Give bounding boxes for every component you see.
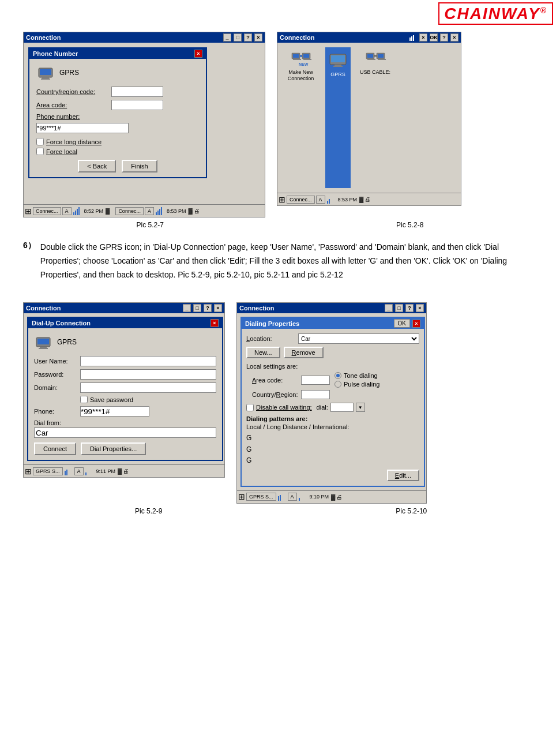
start-icon-right2[interactable]: ⊞ (238, 492, 245, 501)
taskbar-item-connec-left[interactable]: Connec... (33, 207, 61, 215)
dial-properties-button[interactable]: Dial Properties... (81, 442, 146, 455)
signal-sm-icon (409, 33, 417, 42)
dial-from-label: Dial from: (34, 419, 216, 426)
password-label: Password: (34, 371, 80, 378)
pulse-radio[interactable] (335, 381, 341, 388)
start-icon-left2[interactable]: ⊞ (25, 467, 32, 476)
ls-country-label: Country/Region: (252, 391, 301, 398)
dialup-outer-help[interactable]: ? (204, 304, 212, 312)
ls-area-code-input[interactable] (301, 376, 330, 385)
start-icon-left[interactable]: ⊞ (25, 207, 32, 216)
local-settings-area: Area code: Tone dialing (246, 372, 419, 399)
dialup-close-btn[interactable]: × (211, 319, 219, 327)
dialprop-outer-title: Connection (239, 305, 275, 312)
phone-number-row: Phone number: (36, 113, 199, 120)
location-select[interactable]: Car (298, 333, 419, 344)
svg-rect-1 (40, 69, 51, 75)
dialup-phone-label: Phone: (34, 408, 80, 415)
dialprop-outer-min[interactable]: _ (385, 304, 393, 312)
gprs-taskbar-left2[interactable]: GPRS S... (33, 467, 63, 475)
svg-rect-14 (413, 35, 414, 41)
x-btn-right[interactable]: × (450, 33, 458, 42)
start-icon-right[interactable]: ⊞ (279, 195, 285, 204)
gprs-conn-icon[interactable]: GPRS (325, 47, 351, 188)
close-btn-right-outer[interactable]: × (419, 33, 427, 42)
back-button[interactable]: < Back (78, 160, 116, 172)
captions-row-2: Pic 5.2-9 Pic 5.2-10 (23, 507, 537, 515)
dialup-outer-close[interactable]: × (214, 304, 222, 312)
pulse-dialing-label: Pulse dialing (344, 381, 379, 388)
make-new-connection-icon[interactable]: NEW Make NewConnection (282, 47, 320, 188)
connect-button[interactable]: Connect (34, 442, 76, 455)
svg-rect-38 (37, 339, 49, 344)
tone-radio[interactable] (335, 372, 341, 379)
screenshot-right-2: Connection _ □ ? × Dialing Properties OK (236, 302, 427, 504)
phone-dialog-body: GPRS Country/region code: Area code: (29, 59, 206, 177)
conn-icons-area: NEW Make NewConnection (277, 43, 461, 193)
usb-cable-icon[interactable]: USB CABLE: (356, 47, 394, 188)
phone-dialog-close[interactable]: × (194, 50, 202, 58)
dial-dropdown-arrow[interactable]: ▼ (356, 403, 365, 412)
edit-btn-row: Edit... (246, 470, 419, 481)
area-code-input[interactable] (111, 100, 163, 110)
svg-rect-20 (303, 54, 309, 58)
screenshot-left-2: Connection _ □ ? × Dial-Up Connection × (23, 302, 225, 504)
dialup-title: Dial-Up Connection (32, 320, 91, 327)
ls-area-code-row: Area code: Tone dialing (252, 372, 419, 388)
caption-pic3: Pic 5.2-9 (23, 507, 275, 515)
outer-body-left: Phone Number × (24, 43, 265, 204)
minimize-btn-left[interactable]: _ (223, 33, 231, 42)
disable-cw-checkbox[interactable] (246, 404, 254, 411)
username-input[interactable] (80, 356, 216, 366)
dialprop-outer-close[interactable]: × (416, 304, 424, 312)
svg-rect-8 (156, 212, 157, 215)
force-local-checkbox[interactable] (36, 148, 44, 155)
dialprop-close-btn[interactable]: × (412, 320, 420, 328)
password-input[interactable] (80, 369, 216, 380)
gprs-taskbar-right2[interactable]: GPRS S... (246, 493, 276, 501)
ls-country-input[interactable] (301, 390, 330, 399)
country-code-input[interactable] (111, 87, 163, 97)
remove-location-button[interactable]: Remove (284, 347, 324, 358)
phone-number-input[interactable] (36, 123, 129, 133)
close-btn-left[interactable]: × (254, 33, 262, 42)
edit-button[interactable]: Edit... (387, 470, 419, 481)
dialprop-ok-button[interactable]: OK (394, 319, 410, 328)
ok-btn-right[interactable]: OK (430, 33, 438, 42)
outer-titlebar-left: Connection _ □ ? × (24, 32, 265, 43)
pattern-3: G (246, 455, 419, 466)
new-location-button[interactable]: New... (246, 347, 280, 358)
save-pw-checkbox[interactable] (80, 396, 88, 403)
dialprop-outer-max[interactable]: □ (395, 304, 403, 312)
dialup-outer-max[interactable]: □ (193, 304, 201, 312)
svg-rect-42 (66, 470, 67, 475)
help-btn-right[interactable]: ? (440, 33, 448, 42)
help-btn-left[interactable]: ? (244, 33, 252, 42)
dialup-outer-title: Connection (26, 305, 61, 312)
dial-code-input[interactable] (330, 403, 354, 412)
domain-input[interactable] (80, 382, 216, 393)
finish-button[interactable]: Finish (122, 160, 157, 172)
dialprop-titlebar: Dialing Properties OK × (242, 318, 424, 329)
dialup-dialog: Dial-Up Connection × (27, 317, 223, 461)
svg-rect-41 (65, 471, 66, 475)
dial-from-input[interactable] (34, 427, 216, 438)
dialup-gprs-icon (34, 333, 52, 351)
phone-dialog-title: Phone Number (33, 50, 78, 57)
step6-text: Double click the GPRS icon; in 'Dial-Up … (40, 241, 537, 282)
area-code-label: Area code: (36, 102, 111, 108)
maximize-btn-left[interactable]: □ (234, 33, 242, 42)
force-long-distance-checkbox[interactable] (36, 138, 44, 145)
svg-rect-43 (85, 472, 87, 475)
taskbar-left-1: ⊞ Connec... A 8:52 PM ▓ Connec... A (24, 204, 265, 217)
dialprop-outer-body: Dialing Properties OK × Location: (237, 313, 426, 490)
dialup-phone-input[interactable] (80, 406, 149, 417)
dialprop-outer-help[interactable]: ? (405, 304, 414, 312)
username-row: User Name: (34, 356, 216, 366)
taskbar-item-connec-right[interactable]: Connec... (287, 196, 315, 204)
pulse-dialing-row: Pulse dialing (335, 381, 379, 388)
dialup-outer-min[interactable]: _ (183, 304, 191, 312)
svg-rect-33 (378, 54, 384, 58)
taskbar-connec2-left[interactable]: Connec... (115, 207, 144, 215)
phone-dialog-titlebar: Phone Number × (29, 48, 206, 59)
